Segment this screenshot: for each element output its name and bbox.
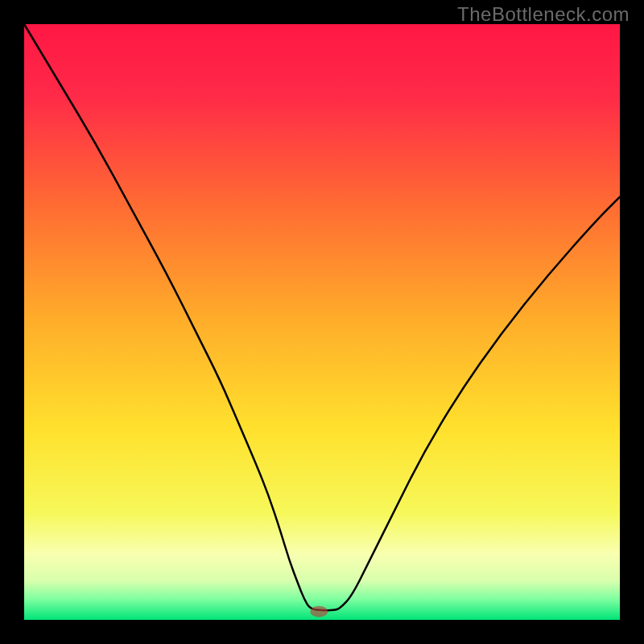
- optimal-point-marker: [310, 606, 328, 617]
- plot-background: [24, 24, 620, 620]
- chart-svg: [0, 0, 644, 644]
- chart-stage: TheBottleneck.com: [0, 0, 644, 644]
- watermark-text: TheBottleneck.com: [457, 3, 630, 26]
